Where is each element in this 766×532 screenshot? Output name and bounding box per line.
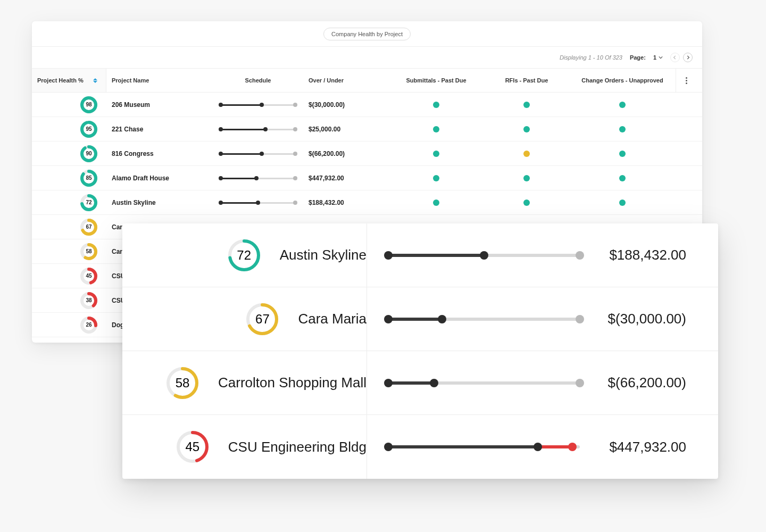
cell-schedule (213, 103, 303, 107)
cell-submittals (388, 175, 484, 181)
cell-submittals (388, 102, 484, 108)
health-donut: 26 (80, 316, 98, 334)
zoom-right: $(66,200.00) (367, 375, 718, 391)
page-select[interactable]: 1 (653, 54, 663, 61)
cell-name: 816 Congress (106, 150, 213, 157)
cell-health: 38 (32, 292, 106, 310)
cell-health: 98 (32, 96, 106, 114)
cell-health: 26 (32, 316, 106, 334)
status-dot (433, 200, 439, 206)
schedule-timeline (388, 379, 580, 387)
card-header: Company Health by Project (32, 21, 702, 47)
kebab-menu-button[interactable] (686, 77, 687, 84)
sort-icon (93, 78, 97, 83)
status-dot (523, 102, 530, 108)
status-dot (433, 151, 439, 157)
cell-over-under: $(30,000.00) (303, 101, 388, 109)
cell-name: Alamo Draft House (106, 174, 213, 182)
report-title-chip[interactable]: Company Health by Project (323, 28, 411, 40)
pager-next-button[interactable] (683, 53, 693, 62)
zoom-amount: $(66,200.00) (608, 375, 686, 391)
health-donut: 67 (246, 303, 279, 336)
col-over[interactable]: Over / Under (303, 77, 388, 84)
health-value: 45 (176, 430, 209, 463)
zoom-row[interactable]: 72 Austin Skyline $188,432.00 (122, 223, 718, 287)
health-value: 85 (80, 169, 98, 187)
health-value: 72 (228, 239, 261, 272)
zoom-row[interactable]: 45 CSU Engineering Bldg $447,932.00 (122, 415, 718, 479)
zoom-right: $188,432.00 (367, 247, 718, 263)
health-donut: 58 (80, 243, 98, 261)
table-row[interactable]: 95 221 Chase $25,000.00 (32, 117, 702, 142)
col-actions (676, 69, 697, 92)
cell-name: Austin Skyline (106, 199, 213, 206)
status-dot (619, 102, 626, 108)
col-over-label: Over / Under (309, 77, 344, 84)
cell-submittals (388, 126, 484, 132)
cell-schedule (213, 201, 303, 205)
cell-name: 206 Museum (106, 101, 213, 109)
table-row[interactable]: 85 Alamo Draft House $447,932.00 (32, 166, 702, 190)
zoom-row[interactable]: 67 Cara Maria $(30,000.00) (122, 287, 718, 351)
status-dot (523, 200, 530, 206)
cell-schedule (213, 152, 303, 156)
cell-change-orders (569, 102, 676, 108)
zoom-row[interactable]: 58 Carrolton Shopping Mall $(66,200.00) (122, 351, 718, 415)
health-value: 90 (80, 145, 98, 163)
col-schedule[interactable]: Schedule (213, 77, 303, 84)
health-donut: 38 (80, 292, 98, 310)
status-dot (619, 151, 626, 157)
cell-over-under: $447,932.00 (303, 174, 388, 182)
health-donut: 95 (80, 120, 98, 138)
health-value: 26 (80, 316, 98, 334)
health-value: 58 (80, 243, 98, 261)
cell-health: 58 (32, 243, 106, 261)
schedule-timeline (221, 152, 295, 156)
health-donut: 58 (166, 367, 199, 400)
col-health-label: Project Health % (37, 77, 84, 84)
col-change-label: Change Orders - Unapproved (581, 77, 663, 84)
cell-rfis (484, 200, 569, 206)
schedule-timeline (221, 103, 295, 107)
cell-rfis (484, 126, 569, 132)
zoom-project-name: Cara Maria (298, 311, 367, 327)
col-name-label: Project Name (112, 77, 149, 84)
health-value: 45 (80, 267, 98, 285)
schedule-timeline (388, 443, 580, 451)
health-value: 58 (166, 367, 199, 400)
cell-over-under: $(66,200.00) (303, 150, 388, 157)
schedule-timeline (388, 315, 580, 323)
health-value: 72 (80, 194, 98, 212)
health-value: 98 (80, 96, 98, 114)
col-submittals[interactable]: Submittals - Past Due (388, 77, 484, 84)
table-row[interactable]: 98 206 Museum $(30,000.00) (32, 93, 702, 117)
health-value: 67 (80, 218, 98, 236)
col-health[interactable]: Project Health % (32, 69, 106, 92)
zoom-left: 72 Austin Skyline (122, 223, 367, 287)
status-dot (619, 200, 626, 206)
zoom-project-name: Carrolton Shopping Mall (218, 375, 367, 391)
col-name[interactable]: Project Name (106, 77, 213, 84)
status-dot (523, 151, 530, 157)
cell-health: 67 (32, 218, 106, 236)
health-value: 38 (80, 292, 98, 310)
table-row[interactable]: 72 Austin Skyline $188,432.00 (32, 190, 702, 215)
cell-rfis (484, 175, 569, 181)
pager-prev-button[interactable] (670, 53, 680, 62)
chevron-left-icon (673, 55, 677, 60)
cell-name: 221 Chase (106, 126, 213, 133)
zoom-left: 45 CSU Engineering Bldg (122, 415, 367, 479)
toolbar: Displaying 1 - 10 Of 323 Page: 1 (32, 47, 702, 68)
cell-change-orders (569, 151, 676, 157)
col-rfis-label: RFIs - Past Due (505, 77, 548, 84)
table-row[interactable]: 90 816 Congress $(66,200.00) (32, 142, 702, 166)
col-change[interactable]: Change Orders - Unapproved (569, 77, 676, 84)
cell-schedule (213, 127, 303, 131)
col-rfis[interactable]: RFIs - Past Due (484, 77, 569, 84)
zoom-amount: $188,432.00 (609, 247, 686, 263)
status-dot (433, 126, 439, 132)
cell-health: 95 (32, 120, 106, 138)
health-donut: 45 (80, 267, 98, 285)
status-dot (619, 175, 626, 181)
zoom-right: $447,932.00 (367, 439, 718, 455)
